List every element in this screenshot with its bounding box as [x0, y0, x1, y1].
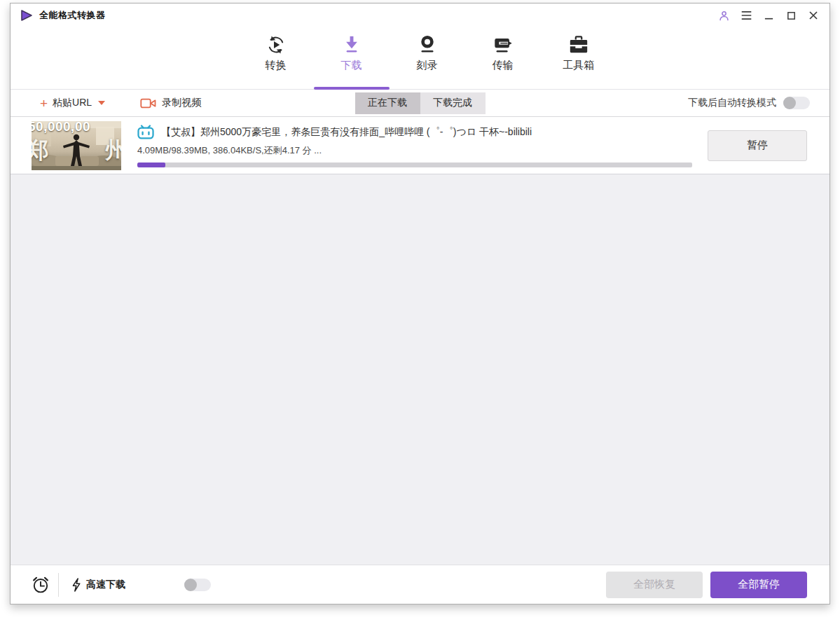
maximize-icon[interactable] [785, 9, 797, 22]
download-video-title: 【艾叔】郑州5000万豪宅里，养条巨贵有没有排面_哔哩哔哩 (゜-゜)つロ 干杯… [161, 126, 532, 139]
download-progress-text: 4.09MB/98.39MB, 386.04KB/S,还剩4.17 分 ... [137, 144, 692, 157]
footer-actions: 全部恢复 全部暂停 [606, 572, 807, 598]
toolbox-briefcase-icon [568, 34, 589, 56]
footer-bar: 高速下载 全部恢复 全部暂停 [11, 565, 829, 604]
minimize-icon[interactable] [762, 9, 775, 22]
download-arrow-icon [341, 34, 362, 56]
resume-all-button[interactable]: 全部恢复 [606, 572, 703, 598]
tab-convert-label: 转换 [266, 59, 287, 72]
download-progress-fill [137, 163, 165, 167]
high-speed-toggle[interactable] [184, 579, 211, 591]
thumbnail-char-left: 郑 [32, 135, 49, 166]
video-camera-icon [140, 97, 156, 109]
lightning-bolt-icon [71, 578, 81, 592]
close-icon[interactable] [807, 9, 820, 22]
download-progress-bar [137, 163, 692, 167]
toggle-knob [783, 97, 796, 109]
burn-disc-icon [417, 34, 438, 56]
download-list-item: 50,000,00 郑 州 【艾叔】郑州5000万豪宅里，养条巨贵有没有排面_哔… [11, 117, 829, 174]
plus-icon: + [40, 97, 48, 110]
toggle-knob [184, 579, 197, 591]
tab-convert[interactable]: 转换 [238, 27, 314, 89]
app-window: 全能格式转换器 [10, 3, 830, 604]
tab-download[interactable]: 下载 [314, 27, 390, 89]
record-video-label: 录制视频 [162, 97, 201, 109]
download-filter-tabs: 正在下载 下载完成 [355, 92, 486, 114]
tab-download-label: 下载 [341, 59, 362, 72]
download-item-info: 【艾叔】郑州5000万豪宅里，养条巨贵有没有排面_哔哩哔哩 (゜-゜)つロ 干杯… [137, 123, 692, 167]
high-speed-download-label: 高速下载 [86, 579, 125, 591]
paste-url-button[interactable]: + 粘贴URL [40, 97, 105, 110]
transfer-arrow-icon [493, 34, 514, 56]
alarm-clock-icon[interactable] [32, 576, 50, 594]
auto-convert-label: 下载后自动转换模式 [688, 97, 776, 109]
download-list-empty-area [11, 174, 829, 565]
main-nav: 转换 下载 [11, 27, 829, 90]
paste-url-label: 粘贴URL [53, 97, 92, 109]
window-controls [717, 9, 820, 22]
pause-item-button[interactable]: 暂停 [708, 130, 807, 161]
tab-burn-label: 刻录 [417, 59, 438, 72]
thumbnail-char-right: 州 [105, 135, 121, 166]
auto-convert-toggle[interactable] [783, 97, 810, 109]
tab-transfer-label: 传输 [493, 59, 514, 72]
tab-toolbox-label: 工具箱 [563, 59, 594, 72]
app-logo-play-icon [20, 9, 33, 22]
screen: 全能格式转换器 [0, 0, 840, 622]
auto-convert-group: 下载后自动转换模式 [688, 97, 810, 109]
convert-refresh-play-icon [266, 34, 287, 56]
menu-hamburger-icon[interactable] [740, 9, 752, 22]
video-thumbnail[interactable]: 50,000,00 郑 州 [32, 121, 121, 170]
pause-all-button[interactable]: 全部暂停 [710, 572, 807, 598]
thumbnail-price-text: 50,000,00 [32, 121, 90, 134]
filter-tab-completed[interactable]: 下载完成 [420, 92, 486, 114]
record-video-button[interactable]: 录制视频 [140, 97, 201, 109]
caret-down-icon[interactable] [98, 101, 105, 105]
bilibili-tv-icon [137, 125, 154, 139]
download-title-row: 【艾叔】郑州5000万豪宅里，养条巨贵有没有排面_哔哩哔哩 (゜-゜)つロ 干杯… [137, 125, 692, 139]
tab-burn[interactable]: 刻录 [390, 27, 465, 89]
app-title: 全能格式转换器 [39, 9, 106, 22]
download-toolbar: + 粘贴URL 录制视频 正在下载 下载完成 下载后自动转换模式 [11, 90, 829, 117]
account-person-icon[interactable] [717, 9, 730, 22]
titlebar: 全能格式转换器 [11, 4, 829, 27]
main-nav-tabs: 转换 下载 [238, 27, 617, 89]
tab-toolbox[interactable]: 工具箱 [541, 27, 617, 89]
filter-tab-downloading[interactable]: 正在下载 [355, 92, 420, 114]
footer-divider [58, 573, 59, 597]
tab-transfer[interactable]: 传输 [465, 27, 541, 89]
